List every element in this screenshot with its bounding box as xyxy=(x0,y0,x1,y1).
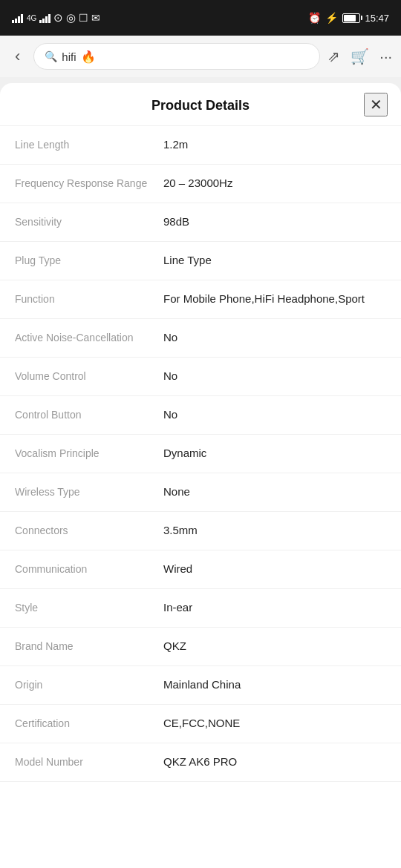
detail-value: In-ear xyxy=(163,599,386,617)
back-button[interactable]: ‹ xyxy=(9,44,26,69)
nav-actions: ⇗ 🛒 ··· xyxy=(327,47,392,65)
detail-label: Line Length xyxy=(15,137,163,153)
detail-label: Vocalism Principle xyxy=(15,445,163,461)
detail-label: Frequency Response Range xyxy=(15,175,163,191)
table-row: Active Noise-CancellationNo xyxy=(0,319,401,358)
table-row: Frequency Response Range20 – 23000Hz xyxy=(0,165,401,203)
detail-label: Brand Name xyxy=(15,638,163,654)
detail-value: QKZ AK6 PRO xyxy=(163,754,386,771)
detail-value: Mainland China xyxy=(163,677,386,694)
detail-value: Wired xyxy=(163,561,386,578)
detail-label: Sensitivity xyxy=(15,214,163,230)
status-left: 4G ⊙ ◎ ☐ ✉ xyxy=(12,11,100,24)
detail-label: Wireless Type xyxy=(15,484,163,500)
close-button[interactable]: ✕ xyxy=(364,93,388,116)
detail-value: 20 – 23000Hz xyxy=(163,175,386,192)
detail-label: Function xyxy=(15,291,163,307)
share-button[interactable]: ⇗ xyxy=(327,47,340,65)
details-table: Line Length1.2mFrequency Response Range2… xyxy=(0,126,401,782)
signal-icon xyxy=(12,13,23,23)
detail-value: Line Type xyxy=(163,252,386,269)
status-right: ⏰ ⚡ 15:47 xyxy=(308,12,389,24)
table-row: CommunicationWired xyxy=(0,550,401,589)
modal-title: Product Details xyxy=(151,98,250,114)
detail-label: Volume Control xyxy=(15,368,163,384)
table-row: Volume ControlNo xyxy=(0,358,401,396)
detail-value: 1.2m xyxy=(163,137,386,154)
email-icon: ✉ xyxy=(91,12,100,24)
detail-value: No xyxy=(163,407,386,424)
detail-label: Plug Type xyxy=(15,252,163,269)
detail-label: Connectors xyxy=(15,522,163,539)
signal-icon-2 xyxy=(39,13,50,23)
notification-icon: ☐ xyxy=(79,12,88,24)
table-row: Line Length1.2m xyxy=(0,126,401,165)
wifi-icon: ⊙ xyxy=(53,11,63,24)
product-details-modal: Product Details ✕ Line Length1.2mFrequen… xyxy=(0,83,401,868)
detail-value: CE,FCC,NONE xyxy=(163,715,386,732)
detail-value: No xyxy=(163,329,386,346)
detail-label: Style xyxy=(15,599,163,616)
detail-value: Dynamic xyxy=(163,445,386,462)
detail-label: Active Noise-Cancellation xyxy=(15,329,163,346)
battery-icon xyxy=(342,13,360,23)
detail-value: No xyxy=(163,368,386,385)
detail-value: 3.5mm xyxy=(163,522,386,539)
more-button[interactable]: ··· xyxy=(379,48,392,65)
table-row: Sensitivity98dB xyxy=(0,203,401,242)
detail-value: None xyxy=(163,484,386,501)
fire-icon: 🔥 xyxy=(81,50,96,64)
search-bar[interactable]: 🔍 hifi 🔥 xyxy=(33,43,320,70)
search-icon: 🔍 xyxy=(45,50,57,62)
detail-label: Model Number xyxy=(15,754,163,770)
detail-value: QKZ xyxy=(163,638,386,655)
clock: 15:47 xyxy=(365,13,389,24)
nav-bar: ‹ 🔍 hifi 🔥 ⇗ 🛒 ··· xyxy=(0,36,401,77)
detail-label: Control Button xyxy=(15,407,163,423)
bluetooth-icon: ⚡ xyxy=(325,12,338,24)
table-row: Control ButtonNo xyxy=(0,396,401,435)
table-row: Plug TypeLine Type xyxy=(0,242,401,280)
detail-value: 98dB xyxy=(163,214,386,231)
status-bar: 4G ⊙ ◎ ☐ ✉ ⏰ ⚡ 15:47 xyxy=(0,0,401,36)
table-row: StyleIn-ear xyxy=(0,589,401,628)
table-row: Model NumberQKZ AK6 PRO xyxy=(0,743,401,782)
cart-button[interactable]: 🛒 xyxy=(351,47,369,65)
table-row: CertificationCE,FCC,NONE xyxy=(0,705,401,743)
table-row: Vocalism PrincipleDynamic xyxy=(0,435,401,473)
detail-value: For Mobile Phone,HiFi Headphone,Sport xyxy=(163,291,386,308)
headphone-icon: ◎ xyxy=(66,11,76,24)
table-row: OriginMainland China xyxy=(0,666,401,705)
table-row: Connectors3.5mm xyxy=(0,512,401,550)
table-row: Brand NameQKZ xyxy=(0,628,401,666)
detail-label: Communication xyxy=(15,561,163,577)
network-type: 4G xyxy=(27,14,36,22)
table-row: FunctionFor Mobile Phone,HiFi Headphone,… xyxy=(0,280,401,319)
detail-label: Certification xyxy=(15,715,163,731)
alarm-icon: ⏰ xyxy=(308,12,321,24)
detail-label: Origin xyxy=(15,677,163,693)
modal-header: Product Details ✕ xyxy=(0,83,401,126)
search-text: hifi xyxy=(62,50,76,63)
table-row: Wireless TypeNone xyxy=(0,473,401,512)
